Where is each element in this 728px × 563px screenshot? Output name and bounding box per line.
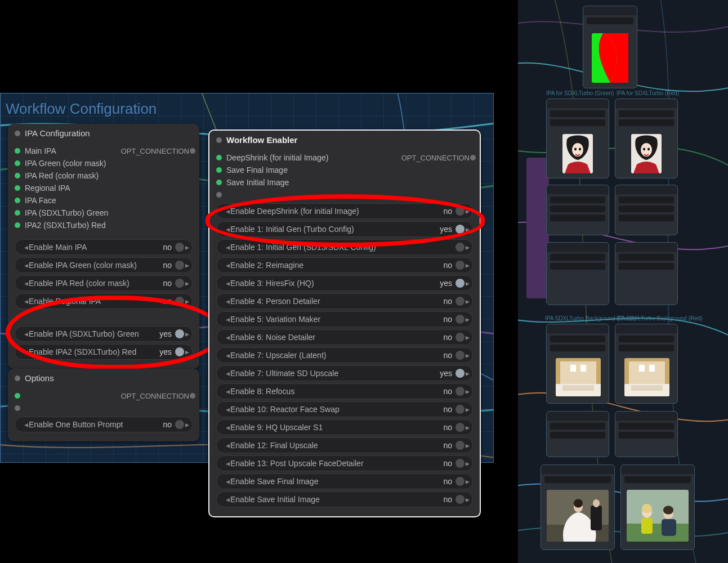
toggle-ipa-6[interactable]: ◂Enable IPA2 (SDXLTurbo) Redyes▸ — [15, 344, 193, 360]
toggle-knob[interactable] — [455, 261, 465, 270]
port-deepshrink[interactable]: DeepShrink (for initial Image) — [226, 153, 328, 162]
mini-process-node[interactable] — [546, 411, 609, 457]
chevron-right-icon[interactable]: ▸ — [184, 243, 190, 252]
chevron-left-icon[interactable]: ◂ — [23, 329, 29, 338]
chevron-right-icon[interactable]: ▸ — [465, 225, 470, 234]
chevron-left-icon[interactable]: ◂ — [225, 297, 230, 306]
chevron-right-icon[interactable]: ▸ — [465, 261, 470, 270]
toggle-en-8[interactable]: ◂Enable 7: Upscaler (Latent)no▸ — [216, 347, 473, 363]
mini-ipa-red-node[interactable] — [615, 99, 678, 178]
toggle-knob[interactable] — [175, 347, 184, 356]
port-main-ipa[interactable]: Main IPA — [25, 146, 56, 155]
chevron-left-icon[interactable]: ◂ — [225, 243, 230, 252]
chevron-right-icon[interactable]: ▸ — [184, 297, 190, 306]
chevron-right-icon[interactable]: ▸ — [465, 477, 470, 486]
output-port[interactable] — [470, 155, 476, 160]
chevron-left-icon[interactable]: ◂ — [225, 495, 230, 504]
node-header[interactable]: Options — [8, 369, 199, 386]
chevron-left-icon[interactable]: ◂ — [23, 279, 29, 288]
toggle-en-10[interactable]: ◂Enable 8: Refocusno▸ — [216, 383, 473, 399]
toggle-knob[interactable] — [455, 477, 465, 486]
toggle-knob[interactable] — [175, 261, 184, 270]
chevron-right-icon[interactable]: ▸ — [465, 351, 470, 360]
output-port[interactable] — [190, 393, 195, 399]
chevron-right-icon[interactable]: ▸ — [465, 315, 470, 324]
toggle-knob[interactable] — [455, 441, 465, 450]
chevron-left-icon[interactable]: ◂ — [225, 387, 230, 396]
toggle-en-7[interactable]: ◂Enable 6: Noise Detailerno▸ — [216, 329, 473, 345]
mini-process-node[interactable] — [615, 185, 678, 235]
chevron-right-icon[interactable]: ▸ — [465, 333, 470, 342]
chevron-left-icon[interactable]: ◂ — [225, 477, 230, 486]
chevron-left-icon[interactable]: ◂ — [225, 459, 230, 468]
toggle-knob[interactable] — [455, 405, 465, 414]
toggle-en-3[interactable]: ◂Enable 2: Reimagineno▸ — [216, 257, 473, 273]
chevron-right-icon[interactable]: ▸ — [465, 495, 470, 504]
chevron-left-icon[interactable]: ◂ — [225, 261, 230, 270]
toggle-knob[interactable] — [455, 369, 465, 378]
chevron-left-icon[interactable]: ◂ — [23, 243, 29, 252]
chevron-right-icon[interactable]: ▸ — [465, 423, 470, 432]
toggle-en-14[interactable]: ◂Enable 13: Post Upscale FaceDetailerno▸ — [216, 455, 473, 471]
chevron-right-icon[interactable]: ▸ — [465, 279, 470, 288]
toggle-knob[interactable] — [175, 279, 184, 288]
chevron-right-icon[interactable]: ▸ — [465, 297, 470, 306]
chevron-right-icon[interactable]: ▸ — [465, 369, 470, 378]
port-ipa-red[interactable]: IPA Red (color mask) — [25, 171, 99, 180]
output-port[interactable] — [190, 148, 195, 154]
chevron-left-icon[interactable]: ◂ — [225, 405, 230, 414]
mini-process-node[interactable] — [615, 411, 678, 457]
toggle-en-13[interactable]: ◂Enable 12: Final Upscaleno▸ — [216, 437, 473, 453]
port-ipa-sdxlturbo-green[interactable]: IPA (SDXLTurbo) Green — [25, 208, 108, 217]
chevron-left-icon[interactable]: ◂ — [23, 420, 29, 429]
toggle-knob[interactable] — [455, 387, 465, 396]
toggle-knob[interactable] — [455, 459, 465, 468]
chevron-left-icon[interactable]: ◂ — [225, 279, 230, 288]
port-save-initial[interactable]: Save Initial Image — [226, 178, 289, 187]
mini-process-node[interactable] — [546, 242, 609, 305]
chevron-left-icon[interactable]: ◂ — [225, 423, 230, 432]
mini-output-node[interactable] — [620, 464, 695, 550]
chevron-left-icon[interactable]: ◂ — [225, 333, 230, 342]
chevron-right-icon[interactable]: ▸ — [465, 387, 470, 396]
toggle-knob[interactable] — [455, 333, 465, 342]
chevron-right-icon[interactable]: ▸ — [465, 243, 470, 252]
toggle-en-11[interactable]: ◂Enable 10: Reactor Face Swapno▸ — [216, 401, 473, 417]
chevron-right-icon[interactable]: ▸ — [465, 459, 470, 468]
mini-ipa-bg-red-node[interactable] — [615, 324, 678, 404]
mini-process-node[interactable] — [546, 185, 609, 235]
node-header[interactable]: IPA Configuration — [8, 124, 199, 141]
right-viewport[interactable]: IPA for SDXLTurbo (Green) IPA for SDXLTu… — [518, 0, 728, 563]
chevron-right-icon[interactable]: ▸ — [465, 207, 470, 216]
toggle-ipa-0[interactable]: ◂Enable Main IPAno▸ — [15, 239, 193, 255]
toggle-knob[interactable] — [455, 225, 465, 234]
workflow-enabler-node[interactable]: Workflow Enabler DeepShrink (for initial… — [208, 129, 481, 517]
toggle-en-9[interactable]: ◂Enable 7: Ultimate SD Upscaleyes▸ — [216, 365, 473, 381]
mini-ipa-bg-green-node[interactable] — [546, 324, 609, 404]
port-regional-ipa[interactable]: Regional IPA — [25, 184, 70, 193]
toggle-knob[interactable] — [455, 207, 465, 216]
chevron-right-icon[interactable]: ▸ — [184, 279, 190, 288]
port-ipa-face[interactable]: IPA Face — [25, 196, 56, 205]
toggle-knob[interactable] — [455, 243, 465, 252]
chevron-left-icon[interactable]: ◂ — [225, 351, 230, 360]
mini-ipa-green-node[interactable] — [546, 99, 609, 178]
chevron-left-icon[interactable]: ◂ — [225, 369, 230, 378]
toggle-knob[interactable] — [455, 315, 465, 324]
options-node[interactable]: Options OPT_CONNECTION ◂Enable One Butto… — [8, 369, 199, 441]
chevron-right-icon[interactable]: ▸ — [184, 347, 190, 356]
toggle-en-6[interactable]: ◂Enable 5: Variation Makerno▸ — [216, 311, 473, 327]
toggle-en-15[interactable]: ◂Enable Save Final Imageno▸ — [216, 473, 473, 489]
toggle-en-12[interactable]: ◂Enable 9: HQ Upscaler S1no▸ — [216, 419, 473, 435]
port-save-final[interactable]: Save Final Image — [226, 166, 288, 175]
toggle-en-5[interactable]: ◂Enable 4: Person Detailerno▸ — [216, 293, 473, 309]
toggle-en-1[interactable]: ◂Enable 1: Initial Gen (Turbo Config)yes… — [216, 221, 473, 237]
toggle-ipa-2[interactable]: ◂Enable IPA Red (color mask)no▸ — [15, 275, 193, 291]
toggle-ipa-3[interactable]: ◂Enable Regional IPAno▸ — [15, 293, 193, 309]
toggle-knob[interactable] — [175, 420, 184, 429]
toggle-ipa-5[interactable]: ◂Enable IPA (SDXLTurbo) Greenyes▸ — [15, 326, 193, 342]
chevron-right-icon[interactable]: ▸ — [184, 420, 190, 429]
toggle-knob[interactable] — [175, 329, 184, 338]
chevron-right-icon[interactable]: ▸ — [184, 329, 190, 338]
chevron-left-icon[interactable]: ◂ — [225, 441, 230, 450]
